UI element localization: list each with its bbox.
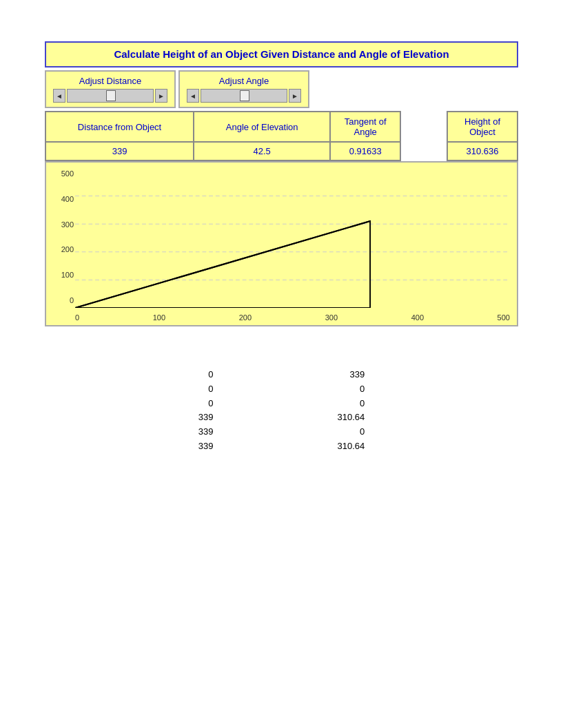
adjust-angle-label: Adjust Angle xyxy=(187,76,301,86)
data-row-2-col1: 0 xyxy=(208,382,213,397)
distance-slider-row: ◄ ► xyxy=(53,89,167,103)
data-col-2: 339 0 0 310.64 0 310.64 xyxy=(337,368,365,454)
chart-svg xyxy=(75,168,510,308)
data-row-1-col1: 0 xyxy=(208,368,213,382)
x-label-0: 0 xyxy=(75,313,79,322)
data-row-5-col1: 339 xyxy=(198,425,214,439)
x-label-100: 100 xyxy=(153,313,165,322)
title-bar: Calculate Height of an Object Given Dist… xyxy=(45,41,518,67)
value-tangent: 0.91633 xyxy=(330,142,400,160)
data-row-6-col1: 339 xyxy=(198,439,214,454)
y-axis-labels: 500 400 300 200 100 0 xyxy=(50,169,74,304)
value-angle: 42.5 xyxy=(194,142,330,160)
value-height: 310.636 xyxy=(447,142,518,160)
data-row-4-col1: 339 xyxy=(198,410,214,425)
chart-container: 500 400 300 200 100 0 0 100 200 300 xyxy=(45,161,518,326)
data-row-4-col2: 310.64 xyxy=(337,410,365,425)
angle-slider-left-btn[interactable]: ◄ xyxy=(187,89,199,103)
value-distance: 339 xyxy=(45,142,194,160)
angle-slider-row: ◄ ► xyxy=(187,89,301,103)
distance-slider-left-btn[interactable]: ◄ xyxy=(53,89,65,103)
distance-slider-thumb[interactable] xyxy=(106,90,116,101)
angle-slider-thumb[interactable] xyxy=(240,90,249,101)
svg-line-5 xyxy=(75,221,370,308)
x-label-500: 500 xyxy=(498,313,510,322)
y-label-0: 0 xyxy=(70,296,74,304)
header-height: Height of Object xyxy=(447,112,518,142)
adjust-distance-label: Adjust Distance xyxy=(53,76,167,86)
header-angle: Angle of Elevation xyxy=(194,112,330,142)
y-label-200: 200 xyxy=(61,245,74,253)
data-col-1: 0 0 0 339 339 339 xyxy=(198,368,214,454)
y-label-500: 500 xyxy=(61,169,74,178)
data-list: 0 0 0 339 339 339 339 0 0 310.64 0 310.6… xyxy=(45,368,518,454)
y-label-400: 400 xyxy=(61,195,74,203)
x-label-400: 400 xyxy=(411,313,424,322)
y-label-300: 300 xyxy=(61,220,74,229)
y-label-100: 100 xyxy=(61,271,74,279)
data-row-6-col2: 310.64 xyxy=(337,439,365,454)
adjust-angle-block: Adjust Angle ◄ ► xyxy=(178,70,309,108)
angle-slider-right-btn[interactable]: ► xyxy=(289,89,301,103)
data-row-2-col2: 0 xyxy=(360,382,365,397)
page-title: Calculate Height of an Object Given Dist… xyxy=(114,48,449,60)
header-tangent: Tangent of Angle xyxy=(330,112,400,142)
header-distance: Distance from Object xyxy=(45,112,194,142)
data-row-5-col2: 0 xyxy=(360,425,365,439)
data-row-1-col2: 339 xyxy=(350,368,365,382)
data-row-3-col2: 0 xyxy=(360,397,365,411)
x-axis-labels: 0 100 200 300 400 500 xyxy=(75,313,510,322)
adjust-distance-block: Adjust Distance ◄ ► xyxy=(45,70,176,108)
distance-slider-track[interactable] xyxy=(67,89,154,103)
angle-slider-track[interactable] xyxy=(201,89,287,103)
controls-row: Adjust Distance ◄ ► Adjust Angle ◄ ► xyxy=(45,70,518,108)
main-container: Calculate Height of an Object Given Dist… xyxy=(0,0,563,468)
data-table: Distance from Object Angle of Elevation … xyxy=(45,111,518,161)
x-label-200: 200 xyxy=(239,313,252,322)
distance-slider-right-btn[interactable]: ► xyxy=(155,89,167,103)
x-label-300: 300 xyxy=(325,313,338,322)
data-row-3-col1: 0 xyxy=(208,397,213,411)
